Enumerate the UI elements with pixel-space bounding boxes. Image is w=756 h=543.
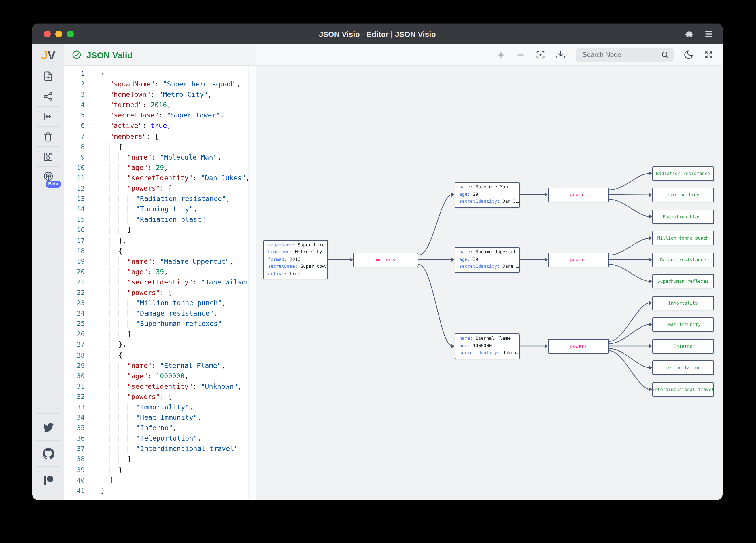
browser-extension-puzzle-icon[interactable] [684,29,694,39]
line-number: 16 [64,225,90,235]
editor-line[interactable]: 4 "formed": 2016, [64,100,256,110]
search-node-input[interactable] [581,51,657,59]
dark-mode-button[interactable] [683,50,694,60]
editor-line[interactable]: 34 "Heat Immunity", [64,412,256,423]
editor-line[interactable]: 32 "powers": [ [64,391,256,402]
editor-line[interactable]: 10 "age": 29, [64,162,256,173]
fullscreen-button[interactable] [704,50,714,60]
graph-node-l4[interactable]: Million tonne punch [652,231,714,245]
editor-line[interactable]: 16 ] [64,225,256,235]
editor-line[interactable]: 19 "name": "Madame Uppercut", [64,256,256,266]
json-valid-label: JSON Valid [86,50,133,60]
editor-line[interactable]: 31 "secretIdentity": "Unknown", [64,381,256,391]
editor-line[interactable]: 18 { [64,246,256,256]
editor-lines: 1{2 "squadName": "Super hero squad",3 "h… [64,69,256,496]
graph-node-l7[interactable]: Immortality [652,296,714,310]
editor-line[interactable]: 17 }, [64,235,256,246]
line-number: 40 [64,475,90,485]
editor-line[interactable]: 14 "Turning tiny", [64,204,256,214]
editor-line[interactable]: 22 "powers": [ [64,287,256,298]
editor-line[interactable]: 25 "Superhuman reflexes" [64,319,256,329]
graph-node-l10[interactable]: Teleportation [652,360,714,375]
editor-line[interactable]: 5 "secretBase": "Super tower", [64,110,256,121]
center-view-button[interactable] [535,50,546,60]
json-status: JSON Valid [64,44,256,65]
graph-node-l2[interactable]: Turning tiny [652,188,714,202]
editor-line[interactable]: 21 "secretIdentity": "Jane Wilson", [64,277,256,287]
github-link[interactable] [32,440,64,466]
graph-node-root[interactable]: squadName: Super hero…homeTown: Metro Ci… [263,240,328,279]
line-number: 3 [64,89,90,100]
graph-node-l11[interactable]: Interdimensional travel [652,382,714,396]
editor-line[interactable]: 39 } [64,464,256,475]
editor-line[interactable]: 7 "members": [ [64,131,256,141]
editor-line[interactable]: 1{ [64,69,256,79]
line-number: 15 [64,215,90,225]
graph-node-l5[interactable]: Damage resistance [652,253,714,267]
editor-line[interactable]: 38 ] [64,454,256,464]
editor-line[interactable]: 15 "Radiation blast" [64,215,256,225]
line-number: 34 [64,412,90,423]
api-beta-button[interactable]: Beta [32,167,64,187]
editor-line[interactable]: 27 }, [64,339,256,350]
zoom-out-button[interactable] [516,50,526,60]
graph-node-p3[interactable]: powers [548,339,609,353]
editor-line[interactable]: 36 "Teleportation", [64,433,256,444]
editor-line[interactable]: 9 "name": "Molecule Man", [64,152,256,162]
graph-node-l9[interactable]: Inferno [652,339,714,353]
json-editor[interactable]: 1{2 "squadName": "Super hero squad",3 "h… [64,66,256,500]
editor-line[interactable]: 20 "age": 39, [64,267,256,277]
close-window-button[interactable] [44,31,51,37]
graph-node-l6[interactable]: Superhuman reflexes [652,274,714,288]
editor-line[interactable]: 24 "Damage resistance", [64,308,256,318]
graph-node-l1[interactable]: Radiation resistance [652,166,714,181]
editor-line[interactable]: 23 "Million tonne punch", [64,298,256,308]
search-icon[interactable] [661,51,669,59]
editor-line[interactable]: 41} [64,485,256,496]
editor-line[interactable]: 35 "Inferno", [64,423,256,433]
editor-line[interactable]: 2 "squadName": "Super hero squad", [64,79,256,89]
graph-node-p1[interactable]: powers [548,188,609,202]
graph-node-l3[interactable]: Radiation blast [652,209,714,224]
graph-view-button[interactable] [32,86,64,106]
graph-node-m2[interactable]: name: Madame Uppercutage: 39secretIdenti… [455,247,520,272]
menu-hamburger-icon[interactable] [704,30,713,38]
editor-line[interactable]: 30 "age": 1000000, [64,370,256,381]
clear-json-button[interactable] [32,127,64,146]
editor-line[interactable]: 33 "Immortality", [64,402,256,412]
editor-line[interactable]: 40 ] [64,475,256,485]
download-icon [555,50,566,60]
twitter-link[interactable] [32,414,64,440]
check-circle-icon [71,50,82,60]
new-document-button[interactable] [32,66,64,86]
editor-line[interactable]: 37 "Interdimensional travel" [64,444,256,454]
zoom-in-button[interactable] [496,50,506,60]
graph-canvas[interactable]: squadName: Super hero…homeTown: Metro Ci… [256,66,723,500]
patreon-link[interactable] [32,467,64,493]
download-button[interactable] [555,50,566,60]
fit-width-button[interactable] [32,107,64,126]
editor-line[interactable]: 12 "powers": [ [64,183,256,194]
maximize-window-button[interactable] [67,31,74,37]
editor-line[interactable]: 26 ] [64,329,256,339]
save-button[interactable] [32,147,64,167]
graph-node-m3[interactable]: name: Eternal Flameage: 1000000secretIde… [455,333,520,359]
titlebar: JSON Visio - Editor | JSON Visio [32,24,723,44]
editor-line[interactable]: 29 "name": "Eternal Flame", [64,360,256,370]
editor-scrollbar[interactable] [248,66,256,500]
editor-line[interactable]: 3 "homeTown": "Metro City", [64,89,256,100]
editor-line[interactable]: 13 "Radiation resistance", [64,194,256,204]
graph-node-l8[interactable]: Heat Immunity [652,317,714,332]
editor-line[interactable]: 11 "secretIdentity": "Dan Jukes", [64,173,256,183]
editor-line[interactable]: 6 "active": true, [64,121,256,131]
minimize-window-button[interactable] [55,31,62,37]
line-number: 30 [64,370,90,381]
graph-node-members[interactable]: members [353,253,418,267]
graph-node-m1[interactable]: name: Molecule Manage: 29secretIdentity:… [455,182,520,208]
app-logo[interactable]: JV [41,44,55,66]
line-number: 37 [64,444,90,454]
graph-node-p2[interactable]: powers [548,253,609,267]
editor-line[interactable]: 8 { [64,141,256,152]
editor-line[interactable]: 28 { [64,350,256,360]
center-focus-icon [535,50,546,60]
